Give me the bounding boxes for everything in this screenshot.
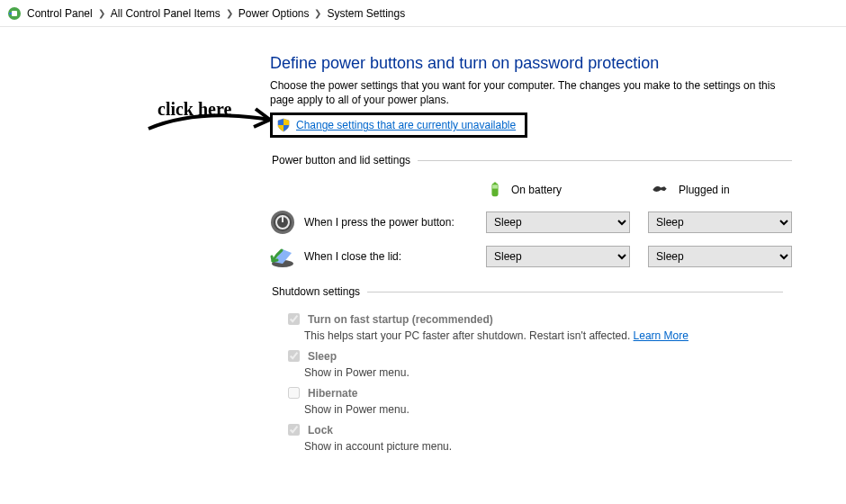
power-button-battery-select[interactable]: Sleep [486, 212, 630, 233]
shutdown-item-sleep: Sleep Show in Power menu. [284, 347, 783, 379]
control-panel-icon [7, 6, 22, 21]
plug-icon [648, 182, 671, 198]
learn-more-link[interactable]: Learn More [634, 329, 688, 342]
sleep-checkbox[interactable] [288, 350, 300, 362]
power-button-plugged-select[interactable]: Sleep [648, 212, 792, 233]
fast-startup-title: Turn on fast startup (recommended) [308, 313, 493, 326]
breadcrumb: Control Panel ❯ All Control Panel Items … [0, 0, 846, 27]
power-button-icon [270, 210, 295, 235]
hibernate-title: Hibernate [308, 387, 357, 400]
power-button-row-label: When I press the power button: [304, 216, 454, 229]
lid-icon [270, 244, 295, 269]
hibernate-sub: Show in Power menu. [284, 403, 783, 416]
svg-rect-4 [494, 183, 497, 184]
shutdown-item-hibernate: Hibernate Show in Power menu. [284, 384, 783, 416]
change-settings-link[interactable]: Change settings that are currently unava… [296, 119, 516, 131]
svg-rect-1 [12, 11, 17, 16]
breadcrumb-item: System Settings [327, 7, 405, 20]
chevron-right-icon: ❯ [98, 8, 105, 18]
breadcrumb-item[interactable]: All Control Panel Items [111, 7, 220, 20]
column-plugged-in: Plugged in [679, 184, 730, 196]
svg-rect-2 [9, 13, 12, 14]
fast-startup-checkbox[interactable] [288, 313, 300, 325]
system-settings-panel: Define power buttons and turn on passwor… [270, 54, 783, 458]
chevron-right-icon: ❯ [226, 8, 233, 18]
power-button-section: Power button and lid settings On battery… [270, 154, 792, 278]
lid-row-label: When I close the lid: [304, 250, 401, 263]
shutdown-item-lock: Lock Show in account picture menu. [284, 421, 783, 453]
page-title: Define power buttons and turn on passwor… [270, 54, 783, 73]
lock-sub: Show in account picture menu. [284, 440, 783, 453]
breadcrumb-item[interactable]: Power Options [238, 7, 310, 20]
lid-plugged-select[interactable]: Sleep [648, 246, 792, 267]
lock-checkbox[interactable] [288, 424, 300, 436]
sleep-sub: Show in Power menu. [284, 366, 783, 379]
breadcrumb-item[interactable]: Control Panel [27, 7, 93, 20]
chevron-right-icon: ❯ [314, 8, 321, 18]
arrow-annotation-icon [144, 104, 288, 158]
sleep-title: Sleep [308, 350, 337, 363]
section-legend: Shutdown settings [270, 285, 367, 298]
shutdown-section: Shutdown settings Turn on fast startup (… [270, 285, 783, 458]
page-description: Choose the power settings that you want … [270, 78, 783, 107]
lock-title: Lock [308, 424, 333, 436]
battery-icon [486, 179, 504, 201]
uac-shield-icon [276, 118, 291, 132]
fast-startup-sub: This helps start your PC faster after sh… [304, 329, 634, 342]
hibernate-checkbox[interactable] [288, 387, 300, 399]
change-settings-box: Change settings that are currently unava… [270, 112, 527, 138]
svg-rect-5 [492, 185, 498, 189]
shutdown-item-fast-startup: Turn on fast startup (recommended) This … [284, 310, 783, 342]
lid-battery-select[interactable]: Sleep [486, 246, 630, 267]
section-legend: Power button and lid settings [270, 154, 418, 166]
column-on-battery: On battery [511, 184, 562, 196]
